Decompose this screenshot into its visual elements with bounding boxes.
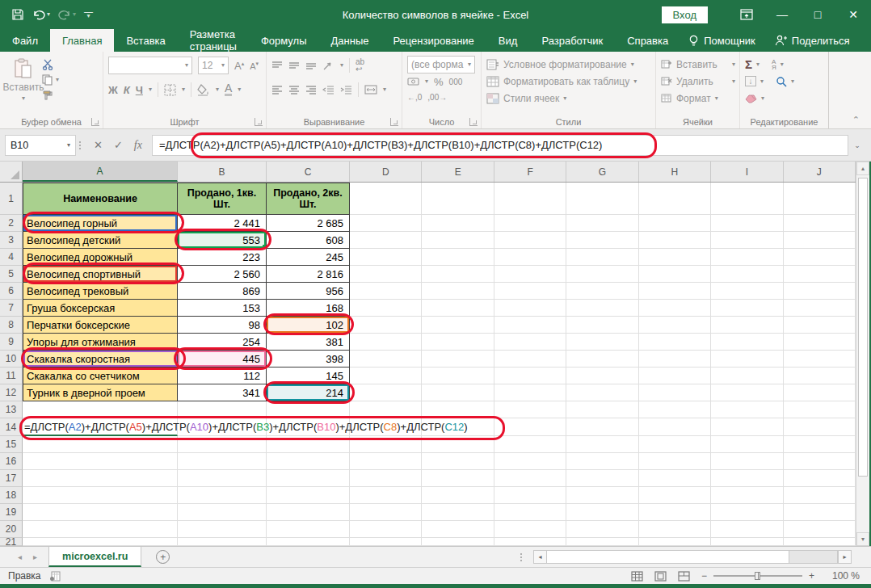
cell-J21[interactable] — [784, 538, 856, 546]
cell-C9[interactable]: 381 — [267, 334, 350, 351]
cell-D3[interactable] — [350, 232, 422, 249]
find-select-icon[interactable] — [776, 76, 787, 87]
cell-A10[interactable]: Скакалка скоростная — [23, 351, 178, 368]
format-as-table-button[interactable]: Форматировать как таблицу▾ — [486, 73, 651, 90]
scroll-down-icon[interactable]: ▾ — [856, 532, 869, 546]
cell-E18[interactable] — [422, 487, 494, 504]
cell-D11[interactable] — [350, 368, 422, 384]
format-cells-button[interactable]: Формат▾ — [661, 90, 735, 107]
alignment-dialog-launcher[interactable] — [390, 118, 398, 126]
cell-E8[interactable] — [422, 317, 494, 334]
cell-B1[interactable]: Продано, 1кв. Шт. — [178, 183, 267, 215]
orientation-icon[interactable] — [322, 61, 335, 71]
ribbon-display-options-icon[interactable] — [729, 0, 764, 29]
font-name-combo[interactable]: ▾ — [108, 57, 192, 74]
page-break-view-icon[interactable] — [678, 571, 690, 582]
cell-E2[interactable] — [422, 215, 494, 232]
cell-F1[interactable] — [494, 183, 566, 215]
tab-file[interactable]: Файл — [0, 29, 50, 52]
fill-color-icon[interactable] — [197, 84, 210, 96]
sort-filter-icon[interactable]: А Я — [772, 59, 776, 70]
cell-A14[interactable]: =ДЛСТР(A2)+ДЛСТР(A5)+ДЛСТР(A10)+ДЛСТР(B3… — [23, 418, 178, 436]
cell-H20[interactable] — [639, 521, 711, 538]
cell-E6[interactable] — [422, 283, 494, 300]
align-center-icon[interactable] — [288, 85, 300, 94]
cell-E17[interactable] — [422, 470, 494, 487]
cell-E10[interactable] — [422, 351, 494, 368]
column-header-F[interactable]: F — [494, 162, 566, 182]
horizontal-scroll-thumb[interactable] — [547, 551, 789, 563]
cell-F2[interactable] — [494, 215, 566, 232]
cell-B19[interactable] — [178, 504, 267, 521]
cell-D2[interactable] — [350, 215, 422, 232]
zoom-out-icon[interactable]: − — [701, 570, 707, 582]
insert-cells-button[interactable]: Вставить▾ — [661, 56, 735, 73]
delete-cells-button[interactable]: Удалить▾ — [661, 73, 735, 90]
row-header-9[interactable]: 9 — [0, 334, 23, 351]
cell-F5[interactable] — [494, 266, 566, 283]
cell-G12[interactable] — [566, 384, 638, 401]
column-header-B[interactable]: B — [178, 162, 267, 182]
cell-F10[interactable] — [494, 351, 566, 368]
cell-J18[interactable] — [784, 487, 856, 504]
cell-F17[interactable] — [494, 470, 566, 487]
cell-H18[interactable] — [639, 487, 711, 504]
cell-B9[interactable]: 254 — [178, 334, 267, 351]
paste-button[interactable]: Вставить ▾ — [5, 56, 42, 102]
cell-H1[interactable] — [639, 183, 711, 215]
scroll-up-icon[interactable]: ▴ — [856, 162, 869, 175]
cell-F19[interactable] — [494, 504, 566, 521]
cell-A8[interactable]: Перчатки боксерские — [23, 317, 178, 334]
cell-J3[interactable] — [784, 232, 856, 249]
row-header-5[interactable]: 5 — [0, 266, 23, 283]
cell-E19[interactable] — [422, 504, 494, 521]
redo-button[interactable]: ▾ — [58, 9, 76, 20]
cell-C3[interactable]: 608 — [267, 232, 350, 249]
row-header-6[interactable]: 6 — [0, 283, 23, 300]
cell-C5[interactable]: 2 816 — [267, 266, 350, 283]
cell-A3[interactable]: Велосипед детский — [23, 232, 178, 249]
font-size-combo[interactable]: 12▾ — [198, 57, 229, 74]
cell-B16[interactable] — [178, 453, 267, 470]
column-header-A[interactable]: A — [23, 162, 178, 182]
cell-E15[interactable] — [422, 436, 494, 453]
cancel-entry-icon[interactable]: ✕ — [94, 139, 103, 151]
cell-C13[interactable] — [267, 401, 350, 418]
row-header-3[interactable]: 3 — [0, 232, 23, 249]
row-header-14[interactable]: 14 — [0, 418, 23, 436]
increase-indent-icon[interactable] — [340, 85, 352, 94]
cell-C21[interactable] — [267, 538, 350, 546]
cell-B2[interactable]: 2 441 — [178, 215, 267, 232]
cell-B11[interactable]: 112 — [178, 368, 267, 384]
cell-G5[interactable] — [566, 266, 638, 283]
cell-G21[interactable] — [566, 538, 638, 546]
cell-D17[interactable] — [350, 470, 422, 487]
cell-J1[interactable] — [784, 183, 856, 215]
cell-C17[interactable] — [267, 470, 350, 487]
cell-G13[interactable] — [566, 401, 638, 418]
cell-H3[interactable] — [639, 232, 711, 249]
cell-B4[interactable]: 223 — [178, 249, 267, 266]
cell-A19[interactable] — [23, 504, 178, 521]
cell-F4[interactable] — [494, 249, 566, 266]
cell-H8[interactable] — [639, 317, 711, 334]
cell-H10[interactable] — [639, 351, 711, 368]
wrap-text-icon[interactable]: ab↩ — [356, 58, 364, 73]
cell-H17[interactable] — [639, 470, 711, 487]
row-header-17[interactable]: 17 — [0, 470, 23, 487]
cell-A2[interactable]: Велосипед горный — [23, 215, 178, 232]
cell-I17[interactable] — [711, 470, 783, 487]
undo-button[interactable]: ▾ — [32, 9, 50, 20]
align-bottom-icon[interactable] — [305, 61, 317, 70]
collapse-ribbon-icon[interactable]: ⌃ — [852, 115, 871, 128]
cell-I1[interactable] — [711, 183, 783, 215]
cell-B10[interactable]: 445 — [178, 351, 267, 368]
name-box-dropdown-icon[interactable]: ▾ — [67, 142, 70, 149]
cell-A12[interactable]: Турник в дверной проем — [23, 384, 178, 401]
tab-review[interactable]: Рецензирование — [381, 29, 486, 52]
cell-I6[interactable] — [711, 283, 783, 300]
cell-C20[interactable] — [267, 521, 350, 538]
cell-I2[interactable] — [711, 215, 783, 232]
cell-B5[interactable]: 2 560 — [178, 266, 267, 283]
fill-down-icon[interactable]: ↓ — [745, 76, 756, 86]
